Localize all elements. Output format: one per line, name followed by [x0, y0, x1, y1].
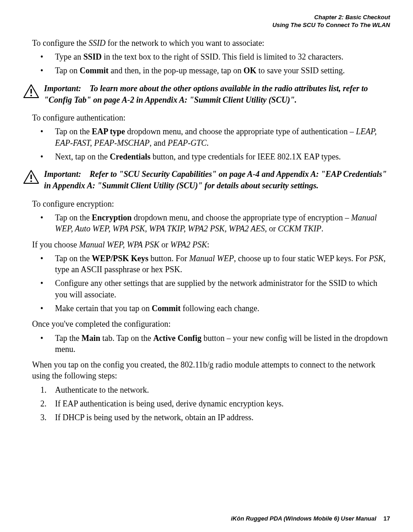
text: .	[207, 138, 209, 148]
list-item: If EAP authentication is being used, der…	[23, 398, 390, 409]
list-item: Authenticate to the network.	[23, 384, 390, 395]
text: and then, in the pop-up message, tap on	[109, 66, 243, 75]
text: , or	[265, 224, 278, 233]
document-page: Chapter 2: Basic Checkout Using The SCU …	[0, 0, 413, 532]
paragraph-auth-intro: To configure authentication:	[32, 112, 390, 123]
list-item: Tap on Commit and then, in the pop-up me…	[23, 65, 390, 76]
paragraph-ssid-intro: To configure the SSID for the network to…	[32, 38, 390, 49]
text: Tap on the	[55, 254, 92, 263]
paragraph-completed: Once you've completed the configuration:	[32, 318, 390, 329]
svg-point-3	[30, 181, 32, 182]
important-callout-2: Important: Refer to "SCU Security Capabi…	[23, 169, 390, 192]
body-content: To configure the SSID for the network to…	[23, 38, 390, 423]
text: , choose up to four static WEP keys. For	[234, 254, 369, 263]
list-item: Type an SSID in the text box to the righ…	[23, 51, 390, 62]
list-item: Tap the Main tab. Tap on the Active Conf…	[23, 333, 390, 355]
bullet-list-psk: Tap on the WEP/PSK Keys button. For Manu…	[23, 253, 390, 314]
paragraph-connect-steps: When you tap on the config you created, …	[32, 359, 390, 382]
important-label: Important:	[44, 83, 88, 94]
list-item: If DHCP is being used by the network, ob…	[23, 412, 390, 423]
text-italic: WPA2 PSK	[170, 240, 207, 249]
text: Type an	[55, 52, 83, 61]
text: Make certain that you tap on	[55, 304, 152, 313]
text: :	[207, 240, 209, 249]
bullet-list-auth: Tap on the EAP type dropdown menu, and c…	[23, 126, 390, 162]
important-callout-1: Important: To learn more about the other…	[23, 83, 390, 106]
list-item: Next, tap on the Credentials button, and…	[23, 151, 390, 162]
paragraph-psk-condition: If you choose Manual WEP, WPA PSK or WPA…	[32, 239, 390, 250]
warning-icon	[23, 84, 39, 101]
text-bold: Credentials	[110, 152, 150, 161]
svg-point-1	[30, 94, 32, 96]
numbered-list-steps: Authenticate to the network. If EAP auth…	[23, 384, 390, 423]
text-italic: SSID	[88, 38, 105, 48]
text: Tap on the	[55, 213, 92, 222]
page-number: 17	[384, 515, 390, 522]
important-body: Refer to "SCU Security Capabilities" on …	[44, 170, 387, 190]
text-bold: OK	[243, 66, 256, 75]
text: to save your SSID setting.	[256, 66, 345, 75]
page-footer: iKôn Rugged PDA (Windows Mobile 6) User …	[23, 515, 390, 522]
important-text: Important: Refer to "SCU Security Capabi…	[44, 169, 390, 192]
text: If you choose	[32, 240, 79, 249]
text: in the text box to the right of SSID. Th…	[102, 52, 344, 61]
important-label: Important:	[44, 169, 88, 180]
text: dropdown menu, and choose the appropriat…	[132, 213, 351, 222]
text: for the network to which you want to ass…	[105, 38, 264, 48]
list-item: Tap on the Encryption dropdown menu, and…	[23, 212, 390, 235]
text: button, and type credentials for IEEE 80…	[150, 152, 341, 161]
paragraph-encryption-intro: To configure encryption:	[32, 198, 390, 209]
page-header: Chapter 2: Basic Checkout Using The SCU …	[23, 14, 390, 29]
text-italic: PEAP-GTC	[168, 138, 207, 148]
text-bold: WEP/PSK Keys	[92, 254, 149, 263]
text-bold: Active Config	[153, 334, 201, 343]
text: tab. Tap on the	[100, 334, 153, 343]
text: Tap on	[55, 66, 80, 75]
bullet-list-encryption: Tap on the Encryption dropdown menu, and…	[23, 212, 390, 235]
text-bold: Encryption	[92, 213, 132, 222]
text: dropdown menu, and choose the appropriat…	[125, 127, 356, 136]
manual-title: iKôn Rugged PDA (Windows Mobile 6) User …	[231, 515, 376, 522]
text: button. For	[149, 254, 189, 263]
text-bold: SSID	[83, 52, 102, 61]
section-label: Using The SCU To Connect To The WLAN	[23, 22, 390, 29]
text-italic: CCKM TKIP	[278, 224, 321, 233]
text: Tap on the	[55, 127, 92, 136]
text: Tap the	[55, 334, 82, 343]
text-italic: PSK	[369, 254, 384, 263]
text-bold: Main	[82, 334, 100, 343]
text: or	[159, 240, 170, 249]
warning-icon	[23, 170, 39, 187]
text: , and	[149, 138, 168, 148]
bullet-list-completed: Tap the Main tab. Tap on the Active Conf…	[23, 333, 390, 355]
text: To configure the	[32, 38, 88, 48]
text-bold: EAP type	[92, 127, 125, 136]
list-item: Tap on the WEP/PSK Keys button. For Manu…	[23, 253, 390, 275]
list-item: Make certain that you tap on Commit foll…	[23, 303, 390, 314]
text: .	[321, 224, 324, 233]
important-text: Important: To learn more about the other…	[44, 83, 390, 106]
text-italic: Manual WEP, WPA PSK	[79, 240, 159, 249]
text-italic: Manual WEP	[189, 254, 234, 263]
text: Next, tap on the	[55, 152, 110, 161]
chapter-label: Chapter 2: Basic Checkout	[23, 14, 390, 22]
list-item: Configure any other settings that are su…	[23, 278, 390, 300]
bullet-list-ssid: Type an SSID in the text box to the righ…	[23, 51, 390, 77]
text-bold: Commit	[152, 304, 181, 313]
important-body: To learn more about the other options av…	[44, 84, 368, 104]
text-bold: Commit	[80, 66, 109, 75]
text: following each change.	[181, 304, 259, 313]
list-item: Tap on the EAP type dropdown menu, and c…	[23, 126, 390, 148]
